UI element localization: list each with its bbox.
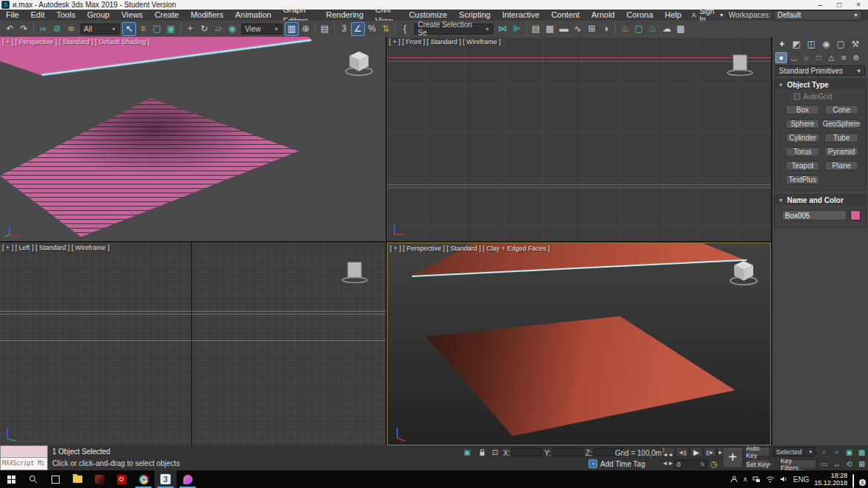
maxscript-mini-listener[interactable]: MAXScript Mi <box>0 445 48 470</box>
tab-create[interactable]: + <box>775 38 789 49</box>
menu-customize[interactable]: Customize <box>403 10 453 21</box>
menu-animation[interactable]: Animation <box>230 10 277 21</box>
select-and-place-icon[interactable]: ◉ <box>225 22 239 36</box>
menu-content[interactable]: Content <box>545 10 586 21</box>
previous-frame-button[interactable]: ◄|| <box>676 447 689 457</box>
menu-corona[interactable]: Corona <box>621 10 659 21</box>
key-icon[interactable]: ⟜ <box>768 460 773 468</box>
object-name-input[interactable]: Box005 <box>782 210 847 220</box>
notification-center-button[interactable]: 6 <box>853 475 864 484</box>
select-and-manipulate-icon[interactable]: ⊕ <box>299 22 313 36</box>
spinner-icon[interactable]: ⇅ <box>700 462 705 467</box>
window-crossing-icon[interactable]: ▣ <box>164 22 178 36</box>
3dsmax-active-app-button[interactable]: 3 <box>154 470 177 488</box>
language-indicator[interactable]: ENG <box>793 476 809 484</box>
pyramid-button[interactable]: Pyramid <box>825 147 858 157</box>
start-button[interactable] <box>0 470 22 488</box>
subtab-systems-icon[interactable]: ⚙ <box>850 52 862 63</box>
viewport-front-wireframe[interactable]: [ + ] [ Front ] [ Standard ] [ Wireframe… <box>387 37 771 241</box>
network-icon[interactable] <box>753 476 761 483</box>
select-and-link-icon[interactable]: ∞ <box>36 22 50 36</box>
add-keys-button[interactable]: + <box>722 447 743 468</box>
set-key-button[interactable]: Set Key <box>745 459 770 469</box>
select-and-scale-icon[interactable]: ▱ <box>211 22 225 36</box>
toggle-layer-explorer-icon[interactable]: ▦ <box>543 22 557 36</box>
task-view-button[interactable] <box>44 470 66 488</box>
select-and-rotate-icon[interactable]: ↻ <box>197 22 211 36</box>
maxscript-macro-row[interactable] <box>1 446 47 458</box>
selection-lock-icon[interactable] <box>476 447 488 457</box>
render-in-cloud-icon[interactable]: ☁ <box>660 22 674 36</box>
play-button[interactable]: ▶ <box>690 447 702 457</box>
maxscript-listener-row[interactable]: MAXScript Mi <box>1 458 47 470</box>
maximize-button[interactable]: □ <box>830 0 849 10</box>
render-elements-icon[interactable]: ▩ <box>674 22 688 36</box>
tab-modify[interactable]: ◩ <box>790 38 803 49</box>
curve-editor-icon[interactable]: ∿ <box>571 22 585 36</box>
key-filters-button[interactable]: Key Filters... <box>780 459 817 469</box>
time-configuration-icon[interactable]: ◷ <box>711 459 718 469</box>
reference-coordinate-dropdown[interactable]: View ▼ <box>241 24 282 35</box>
orbit-icon[interactable]: ⟲ <box>843 459 855 469</box>
viewport-label-perspective[interactable]: [ + ] [ Perspective ] [ Standard ] [ Def… <box>2 38 149 46</box>
name-and-color-rollout-header[interactable]: ▼ Name and Color <box>775 195 866 205</box>
viewcube[interactable] <box>725 51 755 78</box>
zoom-icon[interactable]: ⌕ <box>818 447 830 457</box>
wifi-icon[interactable] <box>766 476 775 483</box>
menu-rendering[interactable]: Rendering <box>320 10 369 21</box>
menu-help[interactable]: Help <box>659 10 688 21</box>
subtab-geometry-icon[interactable]: ● <box>775 52 787 63</box>
tube-button[interactable]: Tube <box>825 133 858 143</box>
cylinder-button[interactable]: Cylinder <box>786 133 819 143</box>
snaps-toggle-3d-icon[interactable]: 3 <box>337 22 351 36</box>
pan-icon[interactable]: ↔ <box>830 459 843 469</box>
rectangular-selection-region-icon[interactable]: ▢ <box>150 22 164 36</box>
taskbar-clock[interactable]: 18:28 15.12.2018 <box>814 472 847 487</box>
zoom-region-icon[interactable]: ▭ <box>818 459 830 469</box>
bind-to-space-warp-icon[interactable]: ≋ <box>64 22 78 36</box>
menu-interactive[interactable]: Interactive <box>497 10 546 21</box>
percent-snap-toggle-icon[interactable]: % <box>365 22 379 36</box>
subtab-helpers-icon[interactable]: △ <box>825 52 837 63</box>
object-type-rollout-header[interactable]: ▼ Object Type <box>775 79 866 90</box>
menu-arnold[interactable]: Arnold <box>586 10 621 21</box>
3dsmax-launcher-button[interactable] <box>88 470 110 488</box>
box-button[interactable]: Box <box>786 105 819 115</box>
viewport-label-front[interactable]: [ + ] [ Front ] [ Standard ] [ Wireframe… <box>389 38 501 46</box>
spinner-snap-toggle-icon[interactable]: ⇅ <box>379 22 393 36</box>
chrome-button[interactable] <box>132 470 154 488</box>
file-explorer-button[interactable] <box>66 470 88 488</box>
cone-button[interactable]: Cone <box>825 105 858 115</box>
autogrid-checkbox[interactable]: AutoGrid <box>775 90 866 102</box>
y-coordinate-field[interactable] <box>552 448 583 456</box>
viewport-perspective-shaded[interactable]: [ + ] [ Perspective ] [ Standard ] [ Def… <box>0 37 385 241</box>
menu-group[interactable]: Group <box>81 10 115 21</box>
tray-chevron-icon[interactable]: ∧ <box>743 476 748 483</box>
toggle-scene-explorer-icon[interactable]: ▤ <box>529 22 543 36</box>
align-icon[interactable]: ⊫ <box>510 22 524 36</box>
select-by-name-icon[interactable]: ≡ <box>136 22 150 36</box>
viewport-left-wireframe[interactable]: [ + ] [ Left ] [ Standard ] [ Wireframe … <box>0 243 385 445</box>
keyboard-shortcut-override-icon[interactable]: ▤ <box>318 22 332 36</box>
mirror-icon[interactable]: ⋈ <box>496 22 510 36</box>
x-coordinate-field[interactable] <box>511 448 542 456</box>
viewport-label-left[interactable]: [ + ] [ Left ] [ Standard ] [ Wireframe … <box>2 244 110 251</box>
viewport-label-perspective-clay[interactable]: [ + ] [ Perspective ] [ Standard ] [ Cla… <box>390 245 550 252</box>
zoom-extents-icon[interactable]: ▣ <box>843 447 855 457</box>
schematic-view-icon[interactable]: ⊞ <box>585 22 599 36</box>
workspace-dropdown[interactable]: Default ▼ <box>774 10 862 21</box>
textplus-button[interactable]: TextPlus <box>786 175 819 184</box>
zoom-extents-all-icon[interactable]: ▩ <box>855 447 868 457</box>
current-frame-field[interactable]: 0 ⇅ <box>674 459 708 469</box>
selection-filter-dropdown[interactable]: All ▼ <box>80 24 120 35</box>
use-pivot-point-center-icon[interactable]: ▥ <box>285 22 299 36</box>
menu-file[interactable]: File <box>0 10 25 21</box>
key-selection-dropdown[interactable]: Selected ▼ <box>773 447 816 456</box>
viewcube[interactable] <box>341 47 377 79</box>
render-setup-icon[interactable]: ♨ <box>618 22 632 36</box>
menu-create[interactable]: Create <box>149 10 185 21</box>
geosphere-button[interactable]: GeoSphere <box>825 119 858 129</box>
paint3d-button[interactable] <box>177 470 199 488</box>
subtab-shapes-icon[interactable]: ◡ <box>788 52 800 63</box>
tab-motion[interactable]: ◉ <box>819 38 833 49</box>
